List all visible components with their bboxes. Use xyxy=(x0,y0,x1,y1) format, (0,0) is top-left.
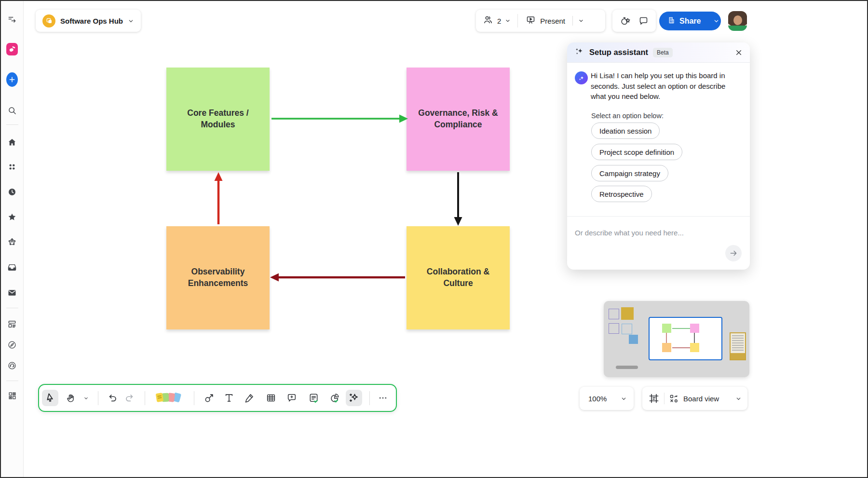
redo-button[interactable] xyxy=(123,392,136,404)
sidebar-item-help[interactable] xyxy=(6,360,18,371)
bottom-toolbar xyxy=(38,384,397,412)
sidebar-item-inbox[interactable] xyxy=(6,261,18,273)
chevron-down-icon[interactable] xyxy=(128,18,134,24)
doc-check-tool[interactable] xyxy=(307,392,320,404)
sidebar-item-graph[interactable] xyxy=(6,236,18,248)
left-sidebar xyxy=(1,1,24,477)
board-view-icon xyxy=(669,394,679,404)
board-title-chip[interactable]: Software Ops Hub xyxy=(36,10,141,32)
avatar-art xyxy=(733,15,742,25)
chevron-down-icon[interactable] xyxy=(82,392,90,404)
setup-assistant-panel: Setup assistant Beta Hi Lisa! I can help… xyxy=(567,42,750,270)
sidebar-item-recent[interactable] xyxy=(6,186,18,198)
assistant-select-prompt: Select an option below: xyxy=(591,112,664,120)
board-view-control: Board view xyxy=(642,387,747,410)
undo-button[interactable] xyxy=(107,392,119,404)
more-tools-button[interactable] xyxy=(377,392,389,404)
sidebar-item-explore[interactable] xyxy=(6,339,18,351)
search-icon[interactable] xyxy=(6,105,18,116)
board-view-label[interactable]: Board view xyxy=(683,395,719,403)
board-title: Software Ops Hub xyxy=(60,17,123,25)
sticky-note[interactable]: Observability Enhancements xyxy=(166,226,270,329)
sidebar-item-home[interactable] xyxy=(6,137,18,148)
shapes-connector-tool[interactable] xyxy=(203,392,216,404)
present-label: Present xyxy=(540,17,565,25)
send-button[interactable] xyxy=(725,245,742,261)
sidebar-item-qr[interactable] xyxy=(6,390,18,401)
sticky-note[interactable]: Core Features / Modules xyxy=(166,68,270,171)
create-plus-button[interactable] xyxy=(6,74,18,85)
hand-pan-tool[interactable] xyxy=(65,392,77,404)
minimap-sticky xyxy=(662,343,671,352)
pen-tool[interactable] xyxy=(243,392,256,404)
sticky-note-label: Core Features / Modules xyxy=(182,108,254,130)
select-cursor-tool[interactable] xyxy=(44,392,56,404)
share-button[interactable]: Share xyxy=(659,12,721,30)
table-tool[interactable] xyxy=(265,392,277,404)
minimap-sticky xyxy=(690,343,699,352)
minimap[interactable] xyxy=(604,301,749,377)
zoom-level-control[interactable]: 100% xyxy=(580,387,634,410)
collaborators-control[interactable]: 2 xyxy=(476,14,517,27)
plus-icon xyxy=(6,72,18,87)
sticky-note-tool[interactable] xyxy=(156,392,182,404)
presentation-icon xyxy=(526,15,536,27)
miro-logo[interactable] xyxy=(6,43,18,55)
chevron-down-icon[interactable] xyxy=(578,18,584,24)
sidebar-divider xyxy=(6,308,18,308)
minimap-connector xyxy=(672,328,690,329)
header-tools-card xyxy=(612,10,656,32)
chevron-down-icon[interactable] xyxy=(621,396,627,402)
timer-icon[interactable] xyxy=(620,15,631,27)
chevron-down-icon[interactable] xyxy=(735,396,742,402)
header-collab-present-card: 2 Present xyxy=(476,10,605,32)
sticky-note-label: Observability Enhancements xyxy=(183,266,253,289)
minimap-sticky xyxy=(662,324,671,333)
text-tool[interactable] xyxy=(223,392,235,404)
frames-icon[interactable] xyxy=(648,393,660,404)
chat-icon[interactable] xyxy=(638,16,649,26)
sticky-note[interactable]: Governance, Risk & Compliance xyxy=(407,68,510,171)
sidebar-item-favorites[interactable] xyxy=(6,211,18,223)
minimap-connector xyxy=(672,347,690,348)
share-label: Share xyxy=(679,17,701,26)
sidebar-divider xyxy=(6,124,18,125)
beta-badge: Beta xyxy=(653,48,673,57)
toolbar-divider xyxy=(145,391,145,405)
sidebar-toggle-icon[interactable] xyxy=(6,14,18,25)
chart-check-tool[interactable] xyxy=(328,392,340,404)
chevron-down-icon[interactable] xyxy=(505,18,511,24)
mini-divider xyxy=(572,16,573,26)
organization-icon xyxy=(667,16,676,27)
sticky-note-label: Governance, Risk & Compliance xyxy=(414,108,503,130)
sidebar-item-mail[interactable] xyxy=(6,287,18,299)
assistant-option-project-scope[interactable]: Project scope definition xyxy=(591,144,682,160)
sidebar-item-dashboard[interactable] xyxy=(6,318,18,330)
assistant-option-ideation[interactable]: Ideation session xyxy=(591,123,660,139)
avatar-art xyxy=(728,26,747,31)
miro-whiteboard-app: Core Features / Modules Governance, Risk… xyxy=(0,0,868,478)
sidebar-divider xyxy=(6,381,18,381)
assistant-title: Setup assistant xyxy=(589,48,648,57)
user-avatar[interactable] xyxy=(728,11,747,31)
sticky-note-label: Collaboration & Culture xyxy=(421,266,496,289)
assistant-header: Setup assistant Beta xyxy=(567,42,750,63)
present-button[interactable]: Present xyxy=(518,15,605,27)
miro-logo-tile xyxy=(6,43,18,55)
assistant-input[interactable]: Or describe what you need here... xyxy=(575,229,710,237)
comment-tool[interactable] xyxy=(285,392,298,404)
sticky-note[interactable]: Collaboration & Culture xyxy=(407,226,510,329)
chevron-down-icon[interactable] xyxy=(713,18,719,24)
board-icon xyxy=(42,14,55,27)
assistant-option-campaign[interactable]: Campaign strategy xyxy=(591,165,668,181)
assistant-divider xyxy=(567,216,750,217)
ai-create-tool[interactable] xyxy=(348,392,360,404)
ai-assistant-avatar xyxy=(575,71,588,84)
sidebar-item-apps[interactable] xyxy=(6,161,18,173)
toolbar-divider xyxy=(194,391,194,405)
minimap-sticky xyxy=(690,324,699,333)
toolbar-divider xyxy=(98,391,98,405)
minimap-viewport[interactable] xyxy=(649,317,722,360)
close-icon[interactable] xyxy=(733,47,744,58)
assistant-option-retrospective[interactable]: Retrospective xyxy=(591,186,652,202)
